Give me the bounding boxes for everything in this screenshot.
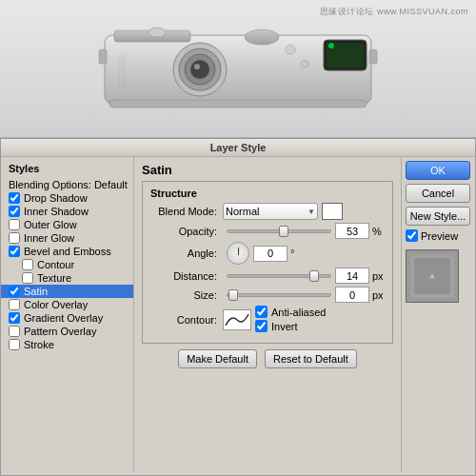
stroke-checkbox[interactable] (9, 339, 20, 350)
angle-row: Angle: ° (150, 242, 385, 265)
style-item-drop-shadow[interactable]: Drop Shadow (1, 191, 133, 205)
svg-point-10 (328, 43, 334, 49)
styles-header: Styles (1, 161, 133, 178)
size-row: Size: px (150, 287, 385, 303)
size-slider-thumb[interactable] (228, 289, 238, 301)
bevel-emboss-checkbox[interactable] (9, 246, 20, 257)
inner-shadow-checkbox[interactable] (9, 206, 20, 217)
opacity-slider-track[interactable] (227, 229, 331, 233)
style-item-gradient-overlay[interactable]: Gradient Overlay (1, 311, 133, 325)
anti-aliased-checkbox[interactable] (255, 306, 268, 318)
satin-section-title: Satin (142, 163, 393, 177)
satin-checkbox[interactable] (9, 286, 20, 297)
angle-unit: ° (290, 248, 294, 259)
distance-slider-thumb[interactable] (309, 270, 319, 282)
camera-preview-area: 思缘设计论坛 www.MISSVUAN.com (0, 0, 476, 138)
opacity-slider-thumb[interactable] (279, 226, 288, 237)
cancel-button[interactable]: Cancel (406, 184, 470, 203)
style-item-stroke[interactable]: Stroke (1, 338, 133, 351)
distance-slider-track[interactable] (227, 274, 331, 278)
contour-preview[interactable] (223, 309, 251, 330)
size-unit: px (372, 289, 384, 301)
blend-mode-select[interactable]: Normal Multiply Screen (223, 203, 318, 220)
distance-unit: px (372, 270, 384, 282)
pattern-overlay-label: Pattern Overlay (24, 326, 96, 337)
blending-options-label: Blending Options: Default (9, 179, 128, 190)
preview-checkbox[interactable] (406, 229, 418, 242)
drop-shadow-label: Drop Shadow (24, 192, 88, 204)
svg-point-13 (301, 60, 308, 68)
opacity-label: Opacity: (150, 226, 217, 237)
svg-rect-2 (109, 100, 367, 108)
texture-checkbox[interactable] (22, 272, 33, 284)
texture-label: Texture (37, 272, 71, 284)
contour-checkboxes: Anti-aliased Invert (255, 306, 326, 334)
action-buttons-row: Make Default Reset to Default (142, 349, 393, 368)
outer-glow-checkbox[interactable] (9, 219, 20, 230)
angle-dial[interactable] (227, 242, 249, 265)
svg-point-19 (149, 28, 166, 37)
distance-row: Distance: px (150, 268, 385, 284)
styles-panel: Styles Blending Options: Default Drop Sh… (1, 157, 134, 472)
anti-aliased-row: Anti-aliased (255, 306, 326, 318)
watermark-text: 思缘设计论坛 www.MISSVUAN.com (320, 6, 468, 18)
main-content-panel: Satin Structure Blend Mode: Normal Multi… (134, 157, 401, 472)
distance-value-input[interactable] (335, 268, 369, 284)
blend-mode-row: Blend Mode: Normal Multiply Screen ▼ (150, 203, 385, 220)
inner-glow-label: Inner Glow (24, 232, 74, 244)
gradient-overlay-label: Gradient Overlay (24, 312, 103, 324)
anti-aliased-label: Anti-aliased (271, 307, 326, 318)
angle-value-input[interactable] (253, 246, 288, 262)
style-item-contour[interactable]: Contour (1, 258, 133, 271)
contour-checkbox[interactable] (22, 259, 33, 270)
svg-point-12 (286, 45, 295, 54)
svg-text:A: A (429, 272, 435, 281)
style-item-satin[interactable]: Satin (1, 285, 133, 298)
invert-label: Invert (271, 321, 298, 332)
make-default-button[interactable]: Make Default (178, 349, 257, 368)
distance-label: Distance: (150, 270, 217, 282)
svg-point-11 (245, 30, 279, 45)
size-slider-track[interactable] (227, 293, 331, 297)
svg-rect-14 (99, 50, 107, 64)
ok-button[interactable]: OK (406, 161, 470, 180)
opacity-value-input[interactable] (335, 223, 369, 239)
gradient-overlay-checkbox[interactable] (9, 312, 20, 324)
bevel-emboss-label: Bevel and Emboss (24, 246, 111, 257)
dialog-title: Layer Style (210, 142, 267, 153)
dial-line (238, 248, 239, 255)
style-item-bevel-emboss[interactable]: Bevel and Emboss (1, 245, 133, 258)
color-overlay-label: Color Overlay (24, 299, 88, 310)
contour-label: Contour (37, 259, 74, 270)
pattern-overlay-checkbox[interactable] (9, 326, 20, 337)
inner-shadow-label: Inner Shadow (24, 206, 89, 217)
reset-to-default-button[interactable]: Reset to Default (265, 349, 357, 368)
svg-rect-15 (369, 50, 377, 64)
style-item-inner-glow[interactable]: Inner Glow (1, 231, 133, 245)
invert-checkbox[interactable] (255, 320, 268, 332)
structure-title: Structure (150, 188, 385, 199)
blend-mode-color-swatch[interactable] (322, 203, 343, 220)
blend-mode-select-wrapper[interactable]: Normal Multiply Screen ▼ (223, 203, 318, 220)
color-overlay-checkbox[interactable] (9, 299, 20, 310)
style-item-color-overlay[interactable]: Color Overlay (1, 298, 133, 311)
style-item-blending-options[interactable]: Blending Options: Default (1, 178, 133, 191)
layer-style-dialog: Layer Style Styles Blending Options: Def… (0, 138, 476, 476)
structure-box: Structure Blend Mode: Normal Multiply Sc… (142, 181, 393, 344)
size-value-input[interactable] (335, 287, 369, 303)
size-label: Size: (150, 289, 217, 301)
inner-glow-checkbox[interactable] (9, 232, 20, 244)
new-style-button[interactable]: New Style... (406, 207, 470, 226)
style-item-texture[interactable]: Texture (1, 271, 133, 285)
contour-row-label: Contour: (150, 314, 217, 326)
style-item-inner-shadow[interactable]: Inner Shadow (1, 205, 133, 218)
stroke-label: Stroke (24, 339, 54, 350)
drop-shadow-checkbox[interactable] (9, 192, 20, 204)
right-panel: OK Cancel New Style... Preview A (401, 157, 475, 472)
blend-mode-label: Blend Mode: (150, 206, 217, 217)
dialog-titlebar: Layer Style (1, 139, 475, 157)
invert-row: Invert (255, 320, 326, 332)
style-item-outer-glow[interactable]: Outer Glow (1, 218, 133, 231)
angle-label: Angle: (150, 248, 217, 259)
style-item-pattern-overlay[interactable]: Pattern Overlay (1, 325, 133, 338)
